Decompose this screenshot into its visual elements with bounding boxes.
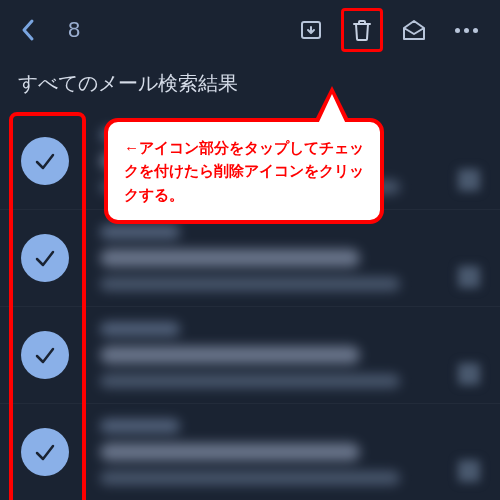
select-toggle[interactable] <box>0 428 90 476</box>
mail-preview <box>90 213 500 303</box>
back-button[interactable] <box>12 10 44 50</box>
mark-unread-button[interactable] <box>391 8 437 52</box>
list-item[interactable] <box>0 404 500 500</box>
trash-icon <box>351 18 373 42</box>
select-toggle[interactable] <box>0 234 90 282</box>
annotation-callout: ←アイコン部分をタップしてチェックを付けたら削除アイコンをクリックする。 <box>104 118 384 224</box>
more-button[interactable] <box>445 18 488 43</box>
selection-toolbar: 8 <box>0 0 500 60</box>
checked-avatar <box>21 428 69 476</box>
select-toggle[interactable] <box>0 331 90 379</box>
selected-count: 8 <box>68 17 80 43</box>
star-icon[interactable] <box>458 460 480 482</box>
checked-avatar <box>21 234 69 282</box>
check-icon <box>32 342 58 368</box>
mail-open-icon <box>401 18 427 42</box>
checked-avatar <box>21 331 69 379</box>
star-icon[interactable] <box>458 266 480 288</box>
chevron-left-icon <box>20 18 36 42</box>
checked-avatar <box>21 137 69 185</box>
star-icon[interactable] <box>458 169 480 191</box>
archive-icon <box>299 18 323 42</box>
mail-preview <box>90 407 500 497</box>
results-header: すべてのメール検索結果 <box>0 60 500 113</box>
check-icon <box>32 245 58 271</box>
list-item[interactable] <box>0 307 500 404</box>
star-icon[interactable] <box>458 363 480 385</box>
check-icon <box>32 148 58 174</box>
list-item[interactable] <box>0 210 500 307</box>
check-icon <box>32 439 58 465</box>
delete-button[interactable] <box>341 8 383 52</box>
callout-text: ←アイコン部分をタップしてチェックを付けたら削除アイコンをクリックする。 <box>124 139 364 203</box>
mail-preview <box>90 310 500 400</box>
archive-button[interactable] <box>289 8 333 52</box>
select-toggle[interactable] <box>0 137 90 185</box>
dots-icon <box>455 28 478 33</box>
